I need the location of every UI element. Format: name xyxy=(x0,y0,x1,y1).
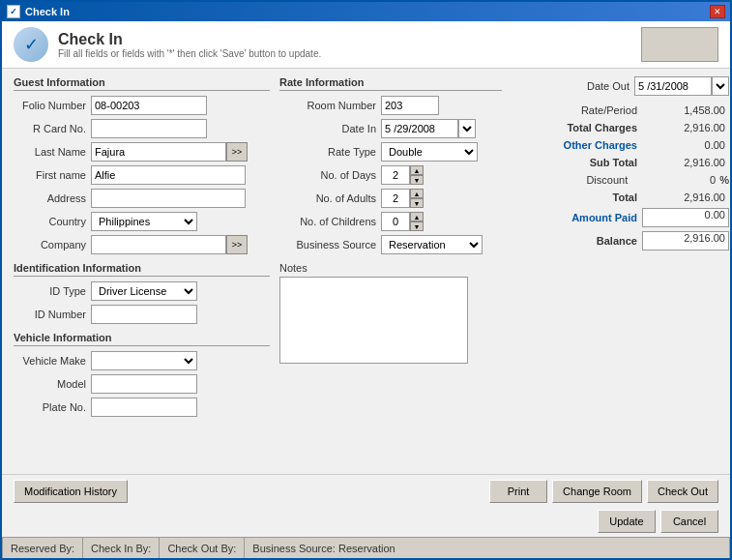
status-bar: Reserved By: Check In By: Check Out By: … xyxy=(2,537,730,558)
adults-increment-button[interactable]: ▲ xyxy=(410,189,424,198)
amount-paid-label: Amount Paid xyxy=(555,212,642,223)
other-charges-value: 0.00 xyxy=(642,138,729,152)
vehicle-make-select[interactable] xyxy=(91,351,197,370)
discount-unit: % xyxy=(719,174,729,186)
children-row: No. of Childrens ▲ ▼ xyxy=(279,212,502,231)
children-label: No. of Childrens xyxy=(279,216,381,227)
id-number-label: ID Number xyxy=(14,309,91,320)
total-row: Total 2,916.00 xyxy=(531,191,729,204)
balance-label: Balance xyxy=(555,235,642,247)
modification-history-button[interactable]: Modification History xyxy=(14,480,128,503)
firstname-row: First name xyxy=(14,165,270,185)
vehicle-section-title: Vehicle Information xyxy=(14,332,270,346)
children-decrement-button[interactable]: ▼ xyxy=(410,221,424,231)
country-select[interactable]: Philippines USA Japan Others xyxy=(91,212,197,231)
firstname-input[interactable] xyxy=(91,165,246,185)
checkout-by-label: Check Out By: xyxy=(167,543,236,554)
left-panel: Guest Information Folio Number R Card No… xyxy=(14,76,270,466)
company-expand-button[interactable]: >> xyxy=(226,235,248,254)
room-number-label: Room Number xyxy=(279,100,381,111)
status-biz-source: Business Source: Reservation xyxy=(245,538,730,558)
room-number-input[interactable] xyxy=(381,96,439,115)
middle-panel: Rate Information Room Number Date In Rat… xyxy=(279,76,502,466)
title-bar: ✓ Check In ✕ xyxy=(2,2,730,21)
adults-input[interactable] xyxy=(381,189,410,208)
header-decoration xyxy=(641,27,718,62)
main-content: Guest Information Folio Number R Card No… xyxy=(2,69,730,474)
change-room-button[interactable]: Change Room xyxy=(552,480,642,503)
total-value: 2,916.00 xyxy=(642,191,729,204)
rcard-input[interactable] xyxy=(91,119,207,138)
bottom-left-buttons: Modification History xyxy=(14,480,128,503)
rate-type-row: Rate Type Double Single Suite Deluxe xyxy=(279,142,502,162)
header: ✓ Check In Fill all fields or fields wit… xyxy=(2,21,730,69)
amount-paid-value: 0.00 xyxy=(642,208,729,227)
days-input[interactable] xyxy=(381,165,410,185)
children-input[interactable] xyxy=(381,212,410,231)
folio-label: Folio Number xyxy=(14,100,91,111)
rate-section-title: Rate Information xyxy=(279,76,502,91)
rate-type-select[interactable]: Double Single Suite Deluxe xyxy=(381,142,478,162)
other-charges-label: Other Charges xyxy=(555,139,642,151)
cancel-button[interactable]: Cancel xyxy=(660,510,718,533)
days-increment-button[interactable]: ▲ xyxy=(410,165,424,175)
address-row: Address xyxy=(14,189,270,208)
address-input[interactable] xyxy=(91,189,246,208)
lastname-expand-button[interactable]: >> xyxy=(226,142,248,162)
date-in-row: Date In xyxy=(279,119,502,138)
vehicle-make-row: Vehicle Make xyxy=(14,351,270,370)
sub-total-value: 2,916.00 xyxy=(642,156,729,169)
date-in-input[interactable] xyxy=(381,119,458,138)
balance-row: Balance 2,916.00 xyxy=(531,231,729,251)
folio-row: Folio Number xyxy=(14,96,270,115)
bottom-right-buttons: Print Change Room Check Out xyxy=(489,480,718,503)
biz-source-status-label: Business Source: Reservation xyxy=(252,543,395,554)
print-button[interactable]: Print xyxy=(489,480,547,503)
update-button[interactable]: Update xyxy=(598,510,656,533)
plate-input[interactable] xyxy=(91,398,197,417)
firstname-label: First name xyxy=(14,169,91,181)
close-button[interactable]: ✕ xyxy=(710,5,725,18)
children-increment-button[interactable]: ▲ xyxy=(410,212,424,221)
country-row: Country Philippines USA Japan Others xyxy=(14,212,270,231)
notes-textarea[interactable] xyxy=(279,277,468,364)
biz-source-select[interactable]: Reservation Walk-in Online Travel Agent xyxy=(381,235,483,254)
country-label: Country xyxy=(14,216,91,227)
company-row: Company >> xyxy=(14,235,270,254)
lastname-label: Last Name xyxy=(14,146,91,158)
vehicle-model-label: Model xyxy=(14,378,91,390)
status-checkout-by: Check Out By: xyxy=(160,538,245,558)
guest-section-title: Guest Information xyxy=(14,76,270,91)
folio-input[interactable] xyxy=(91,96,207,115)
adults-decrement-button[interactable]: ▼ xyxy=(410,198,424,208)
date-in-dropdown[interactable] xyxy=(458,119,476,138)
children-stepper: ▲ ▼ xyxy=(381,212,424,231)
days-decrement-button[interactable]: ▼ xyxy=(410,175,424,185)
date-out-dropdown[interactable] xyxy=(712,76,729,96)
rcard-row: R Card No. xyxy=(14,119,270,138)
id-number-input[interactable] xyxy=(91,305,197,324)
discount-row: Discount 0 % xyxy=(531,173,729,187)
total-charges-label: Total Charges xyxy=(555,122,642,133)
date-in-label: Date In xyxy=(279,123,381,134)
rate-period-row: Rate/Period 1,458.00 xyxy=(531,103,729,117)
adults-row: No. of Adults ▲ ▼ xyxy=(279,189,502,208)
adults-label: No. of Adults xyxy=(279,192,381,204)
biz-source-label: Business Source xyxy=(279,239,381,251)
check-out-button[interactable]: Check Out xyxy=(647,480,718,503)
status-checkin-by: Check In By: xyxy=(83,538,160,558)
id-type-select[interactable]: Driver License Passport SSS Others xyxy=(91,281,197,301)
company-label: Company xyxy=(14,239,91,251)
lastname-input[interactable] xyxy=(91,142,226,162)
total-charges-value: 2,916.00 xyxy=(642,121,729,134)
date-out-input[interactable] xyxy=(634,76,712,96)
vehicle-model-input[interactable] xyxy=(91,374,197,394)
days-row: No. of Days ▲ ▼ xyxy=(279,165,502,185)
days-stepper: ▲ ▼ xyxy=(381,165,424,185)
lastname-row: Last Name >> xyxy=(14,142,270,162)
right-panel: Date Out Rate/Period 1,458.00 Total Char… xyxy=(531,76,729,466)
vehicle-make-label: Vehicle Make xyxy=(14,355,91,367)
vehicle-model-row: Model xyxy=(14,374,270,394)
company-input[interactable] xyxy=(91,235,226,254)
amount-paid-row: Amount Paid 0.00 xyxy=(531,208,729,227)
